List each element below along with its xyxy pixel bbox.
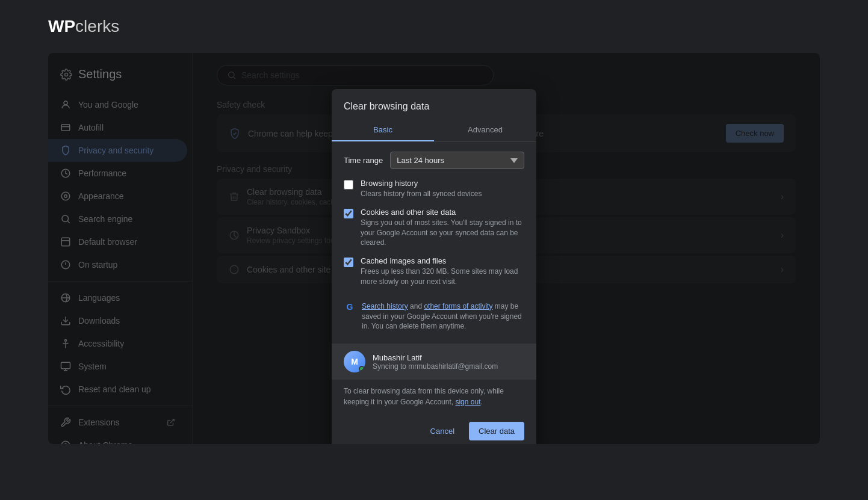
google-notice: G Search history and other forms of acti… xyxy=(344,295,524,334)
tab-advanced[interactable]: Advanced xyxy=(434,119,536,141)
browsing-history-checkbox[interactable] xyxy=(344,180,353,190)
clear-data-button[interactable]: Clear data xyxy=(469,422,524,440)
checkbox-cookies: Cookies and other site data Signs you ou… xyxy=(344,208,524,248)
browsing-history-text: Browsing history Clears history from all… xyxy=(361,179,482,199)
cookies-text: Cookies and other site data Signs you ou… xyxy=(361,208,524,248)
cookies-title: Cookies and other site data xyxy=(361,208,524,217)
user-sync: Syncing to mrmubashirlatif@gmail.com xyxy=(373,362,498,371)
dialog-footer-text: To clear browsing data from this device … xyxy=(332,380,536,415)
cancel-button[interactable]: Cancel xyxy=(421,422,464,440)
user-info: Mubashir Latif Syncing to mrmubashirlati… xyxy=(373,353,498,371)
cached-desc: Frees up less than 320 MB. Some sites ma… xyxy=(361,267,524,287)
other-activity-link[interactable]: other forms of activity xyxy=(424,302,492,310)
time-range-select[interactable]: Last 24 hours Last hour Last 7 days Last… xyxy=(390,152,524,169)
dialog-user-section: M Mubashir Latif Syncing to mrmubashirla… xyxy=(332,344,536,380)
browser-window: Settings You and Google Autofill Privacy… xyxy=(48,53,820,444)
checkbox-browsing-history: Browsing history Clears history from all… xyxy=(344,179,524,199)
cached-title: Cached images and files xyxy=(361,256,524,265)
browsing-history-title: Browsing history xyxy=(361,179,482,188)
dialog-tabs: Basic Advanced xyxy=(332,119,536,142)
logo: WPclerks xyxy=(48,17,119,36)
dialog-title: Clear browsing data xyxy=(332,89,536,112)
time-range-row: Time range Last 24 hours Last hour Last … xyxy=(344,152,524,169)
cached-text: Cached images and files Frees up less th… xyxy=(361,256,524,287)
browsing-history-desc: Clears history from all synced devices xyxy=(361,189,482,199)
logo-light: clerks xyxy=(75,17,119,35)
cookies-checkbox[interactable] xyxy=(344,209,353,218)
user-status-dot xyxy=(359,366,365,372)
logo-bold: WP xyxy=(48,17,75,35)
cached-images-checkbox[interactable] xyxy=(344,258,353,267)
search-history-link[interactable]: Search history xyxy=(362,302,408,310)
dialog-actions: Cancel Clear data xyxy=(332,415,536,444)
overlay: Clear browsing data Basic Advanced Time … xyxy=(48,53,820,444)
user-name: Mubashir Latif xyxy=(373,353,498,362)
cookies-desc: Signs you out of most sites. You'll stay… xyxy=(361,218,524,248)
checkbox-cached-images: Cached images and files Frees up less th… xyxy=(344,256,524,287)
user-avatar: M xyxy=(344,351,365,372)
google-notice-text: Search history and other forms of activi… xyxy=(362,301,524,332)
dialog-body: Time range Last 24 hours Last hour Last … xyxy=(332,142,536,344)
tab-basic[interactable]: Basic xyxy=(332,119,434,141)
clear-browsing-data-dialog: Clear browsing data Basic Advanced Time … xyxy=(332,89,536,444)
top-bar: WPclerks xyxy=(0,0,868,53)
google-icon: G xyxy=(344,301,356,313)
sign-out-link[interactable]: sign out xyxy=(455,398,480,406)
time-range-label: Time range xyxy=(344,156,383,165)
